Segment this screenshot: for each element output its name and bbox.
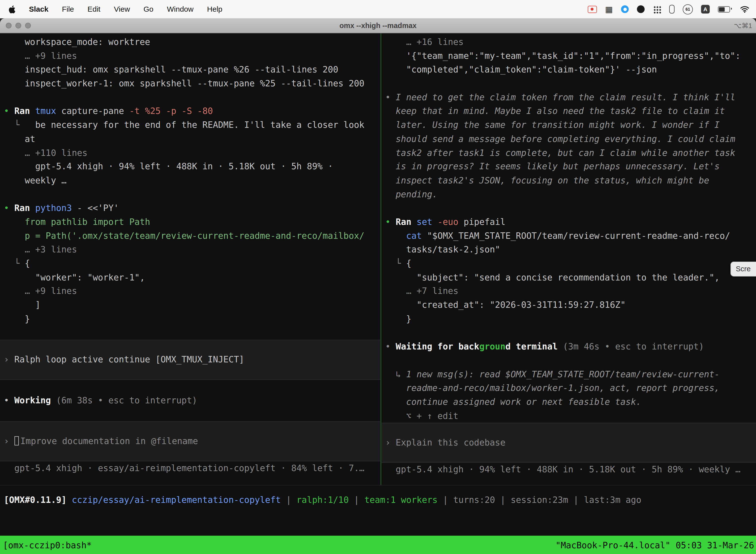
battery-percent-icon[interactable]: 61 (683, 4, 693, 14)
tmux-host-clock: "MacBook-Pro-44.local" 05:03 31-Mar-26 (556, 540, 754, 550)
battery-percent-label: 61 (686, 7, 690, 11)
terminal-line: continue assigned work or next feasible … (385, 395, 756, 409)
terminal-line: › Improve documentation in @filename (4, 434, 380, 448)
terminal-line (4, 187, 380, 201)
grid-icon[interactable]: ▦ (605, 5, 613, 13)
apple-menu-icon[interactable] (9, 5, 15, 13)
terminal-line: later. Using the same for transition mig… (385, 118, 756, 132)
input-cursor[interactable] (14, 436, 19, 445)
tmux-pane-left[interactable]: workspace_mode: worktree … +9 lines insp… (0, 33, 381, 485)
terminal-line: › Explain this codebase (385, 436, 756, 450)
terminal-line: • Ran tmux capture-pane -t %25 -p -S -80 (4, 105, 380, 118)
terminal-line: keep that in mind. Maybe I also need the… (385, 105, 756, 118)
blue-app-icon[interactable] (621, 5, 629, 13)
terminal-line: … +9 lines (4, 49, 380, 63)
terminal-line: inspect task2's JSON, focusing on the st… (385, 174, 756, 188)
terminal-line: • Ran set -euo pipefail (385, 215, 756, 229)
terminal-line: gpt-5.4 xhigh · essay/ai-reimplementatio… (4, 461, 380, 475)
terminal-line (4, 91, 380, 105)
black-app-icon[interactable] (637, 5, 645, 13)
terminal-line: └ { (385, 257, 756, 271)
terminal-line: '{"team_name":"my-team","task_id":"1","f… (385, 49, 756, 63)
terminal-line: "created_at": "2026-03-31T11:59:27.816Z" (385, 298, 756, 312)
menu-bar-left: Slack File Edit View Go Window Help (9, 5, 223, 13)
terminal-line: at (4, 132, 380, 146)
terminal-line: ⌥ + ↑ edit (385, 409, 756, 423)
terminal-line: task2 after task1 is complete, but can I… (385, 146, 756, 160)
terminal-line: should send a message before completing … (385, 132, 756, 146)
terminal-line: • Waiting for background terminal (3m 46… (385, 340, 756, 354)
menu-edit[interactable]: Edit (87, 5, 101, 13)
terminal-line (4, 326, 380, 340)
menu-help[interactable]: Help (207, 5, 223, 13)
tmux-pane-right[interactable]: … +16 lines '{"team_name":"my-team","tas… (381, 33, 756, 485)
terminal-line (4, 380, 380, 394)
terminal-line: } (4, 312, 380, 326)
wifi-icon[interactable] (740, 5, 749, 13)
menu-bar-status-icons: ▦ 61 A (587, 4, 749, 14)
terminal-line: tasks/task-2.json" (385, 243, 756, 257)
terminal-line: "completed","claim_token":"claim-token"}… (385, 63, 756, 77)
terminal-line: … +3 lines (4, 243, 380, 257)
terminal-line: inspect_hud: omx sparkshell --tmux-pane … (4, 63, 380, 77)
terminal-line: } (385, 312, 756, 326)
battery-fill (719, 7, 724, 11)
menu-go[interactable]: Go (143, 5, 153, 13)
menu-file[interactable]: File (62, 5, 74, 13)
terminal-line (385, 77, 756, 91)
terminal-line (385, 326, 756, 340)
terminal-line: • Working (6m 38s • esc to interrupt) (4, 394, 380, 407)
window-shortcut: ⌥⌘1 (734, 18, 752, 33)
terminal-line: ↳ 1 new msg(s): read $OMX_TEAM_STATE_ROO… (385, 368, 756, 382)
terminal-line (385, 201, 756, 215)
terminal-line: cat "$OMX_TEAM_STATE_ROOT/team/review-cu… (385, 229, 756, 243)
terminal-line: ] (4, 298, 380, 312)
tmux-session-name: [omx-cczip0:bash* (3, 540, 92, 550)
input-source-icon[interactable]: A (701, 5, 710, 13)
app-menu-slack[interactable]: Slack (29, 5, 49, 13)
terminal-window: omx --xhigh --madmax ⌥⌘1 workspace_mode:… (0, 18, 756, 554)
terminal-line: readme-and-reco/mailbox/worker-1.json, a… (385, 381, 756, 395)
screen: Slack File Edit View Go Window Help ▦ 61… (0, 0, 756, 554)
terminal-line: gpt-5.4 xhigh · 94% left · 488K in · 5.1… (385, 463, 756, 477)
terminal-line: "worker": "worker-1", (4, 271, 380, 284)
omx-status-line: [OMX#0.11.9] cczip/essay/ai-reimplementa… (0, 493, 756, 507)
terminal-line: › Ralph loop active continue [OMX_TMUX_I… (4, 353, 380, 367)
terminal-line: workspace_mode: worktree (4, 35, 380, 49)
terminal-line: … +16 lines (385, 35, 756, 49)
terminal-line: • Ran python3 - <<'PY' (4, 201, 380, 215)
terminal-line: from pathlib import Path (4, 215, 380, 229)
left-prompt-input[interactable]: › Improve documentation in @filename (0, 421, 380, 461)
window-titlebar[interactable]: omx --xhigh --madmax ⌥⌘1 (0, 18, 756, 33)
terminal-line (385, 354, 756, 368)
menu-view[interactable]: View (114, 5, 130, 13)
tmux-status-bar: [omx-cczip0:bash* "MacBook-Pro-44.local"… (0, 536, 756, 554)
terminal-line: "subject": "send a concise recommendatio… (385, 271, 756, 284)
menu-window[interactable]: Window (167, 5, 193, 13)
ralph-loop-banner: › Ralph loop active continue [OMX_TMUX_I… (0, 340, 380, 380)
tmux-panes: workspace_mode: worktree … +9 lines insp… (0, 33, 756, 486)
terminal-line: p = Path('.omx/state/team/review-current… (4, 229, 380, 243)
omx-status-text: [OMX#0.11.9] cczip/essay/ai-reimplementa… (4, 493, 756, 507)
terminal-line: weekly … (4, 174, 380, 188)
right-prompt-input[interactable]: › Explain this codebase (381, 423, 756, 463)
screenshot-overlay[interactable]: Scre (731, 262, 756, 277)
terminal-content: workspace_mode: worktree … +9 lines insp… (0, 33, 756, 554)
terminal-line: is in progress? It seems likely but perh… (385, 160, 756, 174)
terminal-line (4, 407, 380, 421)
battery-icon[interactable] (718, 6, 730, 12)
terminal-line: └ { (4, 257, 380, 271)
menu-bar: Slack File Edit View Go Window Help ▦ 61… (0, 0, 756, 18)
record-dot-icon (591, 8, 594, 11)
terminal-line: inspect_worker-1: omx sparkshell --tmux-… (4, 77, 380, 91)
terminal-line: … +9 lines (4, 284, 380, 298)
dongle-icon[interactable] (669, 5, 674, 13)
dots-grid-icon[interactable] (653, 5, 661, 13)
terminal-line: … +7 lines (385, 284, 756, 298)
terminal-line: gpt-5.4 xhigh · 94% left · 488K in · 5.1… (4, 160, 380, 174)
terminal-line: • I need to get the claim token from the… (385, 91, 756, 105)
window-title: omx --xhigh --madmax (0, 18, 756, 33)
terminal-line: pending. (385, 187, 756, 201)
terminal-line: … +110 lines (4, 146, 380, 160)
screen-recording-icon[interactable] (587, 5, 597, 13)
